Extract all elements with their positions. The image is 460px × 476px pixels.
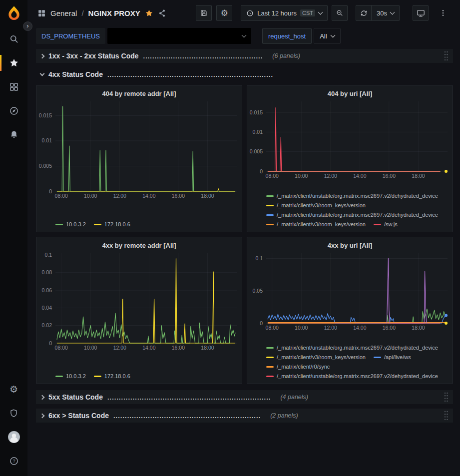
- refresh-button[interactable]: [356, 5, 372, 21]
- sidebar-item-help[interactable]: ?: [0, 449, 27, 473]
- legend-item[interactable]: 10.0.3.2: [55, 221, 86, 228]
- row-drag-handle[interactable]: [444, 392, 449, 403]
- variables-row: DS_PROMETHEUS request_host All: [27, 26, 460, 46]
- legend-swatch: [374, 224, 381, 225]
- svg-text:0.08: 0.08: [42, 269, 52, 275]
- zoom-out-icon: [336, 9, 344, 17]
- row-drag-handle[interactable]: [444, 410, 449, 421]
- dashboard-title[interactable]: NGINX PROXY: [88, 9, 140, 17]
- save-icon: [200, 9, 208, 17]
- row-panel-count: (6 panels): [272, 52, 300, 59]
- svg-text:12:00: 12:00: [324, 173, 337, 179]
- svg-text:12:00: 12:00: [324, 325, 337, 331]
- sidebar-item-profile[interactable]: [0, 425, 27, 449]
- row-title-dots: ........................................…: [107, 394, 271, 401]
- panel-4xx-by-uri: 4xx by uri [All] 00.050.108:0010:0012:00…: [247, 237, 453, 384]
- svg-text:0.01: 0.01: [42, 137, 52, 143]
- variable-value-ds-prometheus[interactable]: [107, 28, 251, 44]
- legend-item[interactable]: /_matrix/client/unstable/org.matrix.msc2…: [266, 344, 438, 351]
- kebab-icon: [439, 9, 447, 17]
- legend-item[interactable]: 172.18.0.6: [94, 221, 130, 228]
- row-drag-handle[interactable]: [444, 50, 449, 61]
- sidebar: ⚙ ?: [0, 0, 27, 476]
- sidebar-item-dashboards[interactable]: [0, 75, 27, 99]
- svg-text:18:00: 18:00: [201, 345, 214, 351]
- svg-text:0.005: 0.005: [39, 163, 52, 169]
- panel-legend: /_matrix/client/unstable/org.matrix.msc2…: [247, 190, 453, 232]
- svg-text:0.01: 0.01: [253, 129, 263, 135]
- grafana-logo[interactable]: [0, 0, 27, 27]
- legend-item[interactable]: /_matrix/client/v3/room_keys/version: [266, 202, 366, 209]
- legend-swatch: [266, 366, 274, 368]
- time-series-chart[interactable]: 00.020.040.060.080.108:0010:0012:0014:00…: [36, 250, 242, 351]
- panel-title[interactable]: 404 by uri [All]: [247, 85, 453, 98]
- legend-item[interactable]: /_matrix/client/r0/sync: [266, 363, 330, 370]
- refresh-interval-dropdown[interactable]: 30s: [372, 5, 400, 21]
- legend-item[interactable]: /_matrix/client/unstable/org.matrix.msc2…: [266, 211, 438, 218]
- panel-title[interactable]: 404 by remote addr [All]: [36, 85, 242, 98]
- svg-text:10:00: 10:00: [295, 173, 308, 179]
- row-6xx-status-code[interactable]: 6xx > Status Code ......................…: [36, 409, 453, 423]
- svg-text:14:00: 14:00: [353, 173, 366, 179]
- explore-compass-icon: [9, 106, 19, 116]
- save-dashboard-button[interactable]: [196, 5, 212, 21]
- sidebar-item-alerting[interactable]: [0, 123, 27, 147]
- chevron-down-icon: [40, 71, 45, 76]
- legend-swatch: [266, 347, 274, 349]
- time-range-label: Last 12 hours: [257, 9, 297, 17]
- legend-item[interactable]: /_matrix/client/unstable/org.matrix.msc2…: [266, 192, 438, 199]
- sidebar-item-server-admin[interactable]: [0, 401, 27, 425]
- sidebar-expand-button[interactable]: ›: [23, 21, 32, 31]
- zoom-out-button[interactable]: [332, 5, 348, 21]
- row-5xx-status-code[interactable]: 5xx Status Code ........................…: [36, 390, 453, 404]
- legend-swatch: [55, 224, 63, 225]
- sidebar-item-search[interactable]: [0, 27, 27, 51]
- ds-prometheus-label: DS_PROMETHEUS: [41, 32, 100, 40]
- breadcrumb-separator: /: [81, 9, 83, 17]
- svg-text:12:00: 12:00: [113, 345, 126, 351]
- legend-label: /_matrix/client/unstable/org.matrix.msc2…: [277, 373, 438, 380]
- row-1xx-3xx-2xx-status-code[interactable]: 1xx - 3xx - 2xx Status Code ............…: [36, 49, 453, 63]
- sidebar-item-explore[interactable]: [0, 99, 27, 123]
- legend-item[interactable]: 172.18.0.6: [94, 373, 130, 380]
- svg-text:14:00: 14:00: [142, 193, 155, 199]
- variable-value-request-host[interactable]: All: [314, 28, 340, 44]
- dashboard-settings-button[interactable]: ⚙: [216, 5, 232, 21]
- panel-legend: 10.0.3.2172.18.0.6: [36, 219, 242, 232]
- apps-grid-icon: [37, 9, 46, 17]
- sidebar-item-settings[interactable]: ⚙: [0, 377, 27, 401]
- topbar: General / NGINX PROXY: [27, 0, 460, 26]
- time-series-chart[interactable]: 00.050.108:0010:0012:0014:0016:0018:00: [247, 250, 453, 331]
- share-icon[interactable]: [158, 9, 166, 17]
- legend-item[interactable]: /_matrix/client/v3/room_keys/version: [266, 221, 366, 228]
- alerting-bell-icon: [9, 130, 19, 140]
- clock-icon: [246, 9, 254, 17]
- row-title-dots: ........................................…: [113, 412, 261, 420]
- tv-icon: [417, 9, 425, 17]
- svg-text:0: 0: [49, 188, 52, 194]
- tv-mode-button[interactable]: [413, 5, 429, 21]
- row-4xx-status-code[interactable]: 4xx Status Code ........................…: [36, 67, 453, 81]
- more-options-button[interactable]: [435, 5, 451, 21]
- panel-title[interactable]: 4xx by uri [All]: [247, 237, 453, 250]
- legend-item[interactable]: /sw.js: [374, 221, 398, 228]
- legend-label: /_matrix/client/unstable/org.matrix.msc2…: [277, 192, 438, 199]
- dashboard-settings-gear-icon: ⚙: [221, 9, 228, 17]
- favorite-star-icon[interactable]: [145, 9, 153, 17]
- grafana-app: ⚙ ? ›: [0, 0, 460, 476]
- panel-grid: 404 by remote addr [All] 00.0050.010.015…: [36, 85, 453, 384]
- svg-text:0.1: 0.1: [44, 252, 52, 258]
- breadcrumb-section[interactable]: General: [50, 9, 77, 17]
- time-series-chart[interactable]: 00.0050.010.01508:0010:0012:0014:0016:00…: [36, 98, 242, 199]
- legend-item[interactable]: 10.0.3.2: [55, 373, 86, 380]
- time-series-chart[interactable]: 00.0050.010.01508:0010:0012:0014:0016:00…: [247, 98, 453, 179]
- time-range-picker[interactable]: Last 12 hours CST: [241, 5, 328, 21]
- svg-text:0: 0: [260, 168, 263, 174]
- legend-label: 172.18.0.6: [104, 373, 130, 380]
- chevron-down-icon: [242, 32, 247, 37]
- legend-item[interactable]: /_matrix/client/unstable/org.matrix.msc2…: [266, 373, 438, 380]
- legend-item[interactable]: /api/live/ws: [374, 354, 411, 361]
- legend-item[interactable]: /_matrix/client/v3/room_keys/version: [266, 354, 366, 361]
- panel-title[interactable]: 4xx by remote addr [All]: [36, 237, 242, 250]
- sidebar-item-starred[interactable]: [0, 51, 27, 75]
